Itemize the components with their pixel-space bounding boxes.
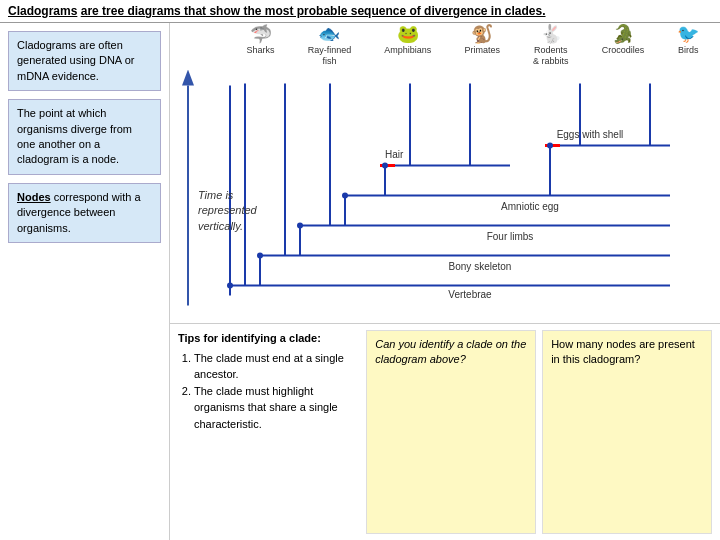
cladogram-svg: Vertebrae Bony skeleton Four limbs Amnio… [170, 23, 720, 323]
svg-point-30 [227, 283, 233, 289]
right-panel: 🦈 Sharks 🐟 Ray-finnedfish 🐸 Amphibians 🐒… [170, 23, 720, 540]
tip-1: The clade must end at a single ancestor. [194, 350, 360, 383]
header-prefix: Cladograms [8, 4, 77, 18]
svg-text:Amniotic egg: Amniotic egg [501, 201, 559, 212]
main-content: Cladograms are often generated using DNA… [0, 23, 720, 540]
time-line2: represented [198, 203, 257, 218]
left-panel: Cladograms are often generated using DNA… [0, 23, 170, 540]
bottom-section: Tips for identifying a clade: The clade … [170, 323, 720, 540]
tips-heading: Tips for identifying a clade: [178, 330, 360, 347]
tips-list: The clade must end at a single ancestor.… [178, 350, 360, 433]
svg-point-33 [342, 193, 348, 199]
svg-text:Four limbs: Four limbs [487, 231, 534, 242]
question1-box: Can you identify a clade on the cladogra… [366, 330, 536, 534]
info-box-1: Cladograms are often generated using DNA… [8, 31, 161, 91]
question1-text: Can you identify a clade on the cladogra… [375, 337, 527, 368]
time-line3: vertically. [198, 219, 257, 234]
svg-text:Hair: Hair [385, 149, 404, 160]
svg-point-31 [257, 253, 263, 259]
page-wrapper: Cladograms are tree diagrams that show t… [0, 0, 720, 540]
info-box-3: Nodes correspond with a divergence betwe… [8, 183, 161, 243]
svg-point-32 [297, 223, 303, 229]
question2-text: How many nodes are present in this clado… [551, 337, 703, 368]
time-label: Time is represented vertically. [198, 188, 257, 234]
nodes-prefix: Nodes [17, 191, 51, 203]
svg-point-35 [547, 143, 553, 149]
time-line1: Time is [198, 188, 257, 203]
info-text-2: The point at which organisms diverge fro… [17, 107, 132, 165]
info-text-1: Cladograms are often generated using DNA… [17, 39, 134, 82]
svg-point-34 [382, 163, 388, 169]
tip-2: The clade must highlight organisms that … [194, 383, 360, 433]
header-bar: Cladograms are tree diagrams that show t… [0, 0, 720, 23]
header-text: are tree diagrams that show the most pro… [81, 4, 546, 18]
cladogram-area: 🦈 Sharks 🐟 Ray-finnedfish 🐸 Amphibians 🐒… [170, 23, 720, 323]
info-box-2: The point at which organisms diverge fro… [8, 99, 161, 175]
question2-box: How many nodes are present in this clado… [542, 330, 712, 534]
svg-text:Bony skeleton: Bony skeleton [449, 261, 512, 272]
svg-text:Vertebrae: Vertebrae [448, 289, 492, 300]
tips-box: Tips for identifying a clade: The clade … [178, 330, 360, 534]
svg-text:Eggs with shell: Eggs with shell [557, 129, 624, 140]
